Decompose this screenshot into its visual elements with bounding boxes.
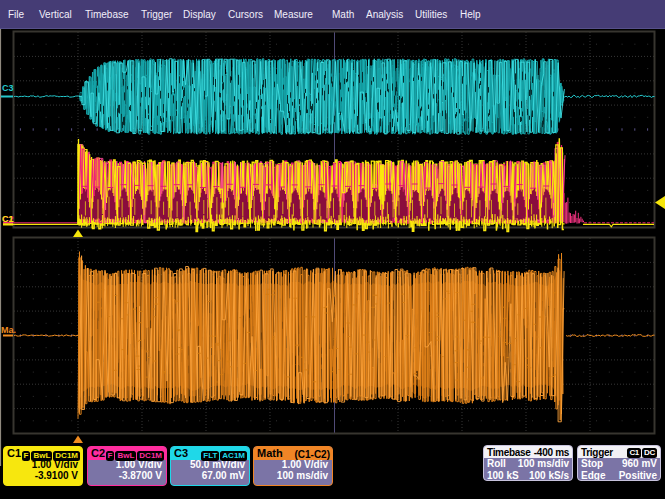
svg-text:Ma.: Ma.: [1, 325, 16, 335]
svg-text:C1: C1: [2, 214, 14, 224]
svg-text:C3: C3: [2, 83, 14, 93]
